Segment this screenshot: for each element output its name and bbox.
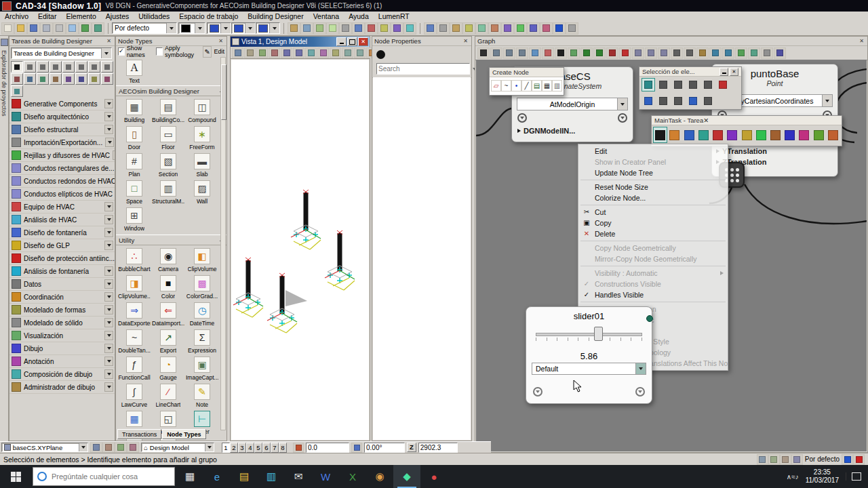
task-list-item[interactable]: Diseño arquitectónico <box>9 110 115 123</box>
coordinate-z-field[interactable] <box>418 443 458 453</box>
collapse-right-icon[interactable] <box>635 387 645 396</box>
coordinate-lock-icon[interactable] <box>293 443 304 453</box>
snap-status-icon[interactable] <box>768 454 780 465</box>
pan-icon[interactable] <box>490 47 502 59</box>
cells-icon[interactable] <box>378 22 391 35</box>
chevron-down-icon[interactable] <box>205 443 214 451</box>
chevron-down-icon[interactable] <box>104 369 113 379</box>
active-level-combo[interactable]: Por defecto <box>112 22 177 34</box>
rotate-icon[interactable] <box>768 127 783 143</box>
create-node-dialog[interactable]: Create Node ▱~•╱▤▦▥ <box>489 67 564 96</box>
task-list-item[interactable]: Diseño de protección antiinc... <box>9 252 115 265</box>
place-line-icon[interactable] <box>682 127 696 143</box>
ungroup-icon[interactable] <box>658 47 670 59</box>
chevron-down-icon[interactable] <box>101 48 111 58</box>
chevron-down-icon[interactable] <box>166 23 176 33</box>
panel-tab[interactable]: Node Types <box>162 429 205 439</box>
task-list-item[interactable]: Diseño de GLP <box>9 239 115 252</box>
context-menu-item[interactable]: ▣ Copy <box>578 218 728 228</box>
scrollbar-thumb[interactable] <box>221 64 226 120</box>
close-icon[interactable]: ✕ <box>217 38 224 44</box>
task-list-item[interactable]: Anotación <box>9 355 115 368</box>
move-tool-icon[interactable] <box>37 61 49 73</box>
taskbar-clock[interactable]: 23:35 11/03/2017 <box>802 468 843 485</box>
excel-icon[interactable]: X <box>339 465 366 488</box>
close-icon[interactable]: ✕ <box>858 38 865 44</box>
individual-select-icon[interactable] <box>642 78 655 92</box>
store-icon[interactable]: ▥ <box>258 465 285 488</box>
collapse-right-icon[interactable] <box>618 113 627 123</box>
play-icon[interactable] <box>580 47 593 59</box>
add-select-icon[interactable] <box>642 94 655 108</box>
array-tool-icon[interactable] <box>101 61 113 73</box>
grid-node-icon[interactable]: ▦ <box>542 80 552 92</box>
workspace-icon[interactable] <box>540 22 553 35</box>
menu-item[interactable]: Building Designer <box>243 12 308 21</box>
chevron-down-icon[interactable] <box>245 23 255 33</box>
task-view-icon[interactable]: ▦ <box>176 465 203 488</box>
redo-view-icon[interactable] <box>354 47 366 58</box>
task-list-item[interactable]: Conductos rectangulares de... <box>9 162 115 175</box>
context-menu-item[interactable]: Reset Node Size <box>578 182 728 192</box>
node-type-item[interactable]: ▬ Slab <box>185 152 219 179</box>
view-toggle[interactable]: 6 <box>262 443 271 453</box>
task-list-item[interactable]: Dibujo <box>9 342 115 355</box>
lumenrt-icon[interactable] <box>514 22 527 35</box>
slider-node[interactable]: slider01 5.86 Default <box>526 306 652 404</box>
active-model-combo[interactable]: ⌂ Design Model <box>141 443 214 452</box>
fit-view-icon[interactable] <box>305 47 317 58</box>
curve-node-icon[interactable]: ~ <box>501 80 511 92</box>
chevron-down-icon[interactable] <box>113 150 115 160</box>
context-menu-item[interactable]: ✓ Constructions Visible <box>578 279 728 289</box>
slider-track[interactable] <box>536 333 642 336</box>
context-menu-item[interactable]: Visibility : Automatic <box>578 268 728 279</box>
mirror-icon[interactable] <box>783 127 797 143</box>
technique-combo[interactable]: AtModelOrigin <box>517 98 628 110</box>
view-attributes-icon[interactable] <box>232 47 243 58</box>
wire-icon[interactable] <box>555 47 567 59</box>
node-type-item[interactable]: ▥ StructuralM... <box>151 179 185 206</box>
node-type-item[interactable]: A Text <box>117 58 151 85</box>
section-header[interactable]: AECOsim Building Designer <box>116 85 226 96</box>
acs-status-icon[interactable] <box>90 442 102 453</box>
task-list-item[interactable]: Modelado de formas <box>9 304 115 317</box>
save-icon[interactable] <box>27 22 40 35</box>
node-type-item[interactable]: ◔ Gauge <box>151 355 185 382</box>
volume-icon[interactable]: ♪ <box>795 473 799 481</box>
line-node-icon[interactable]: ╱ <box>521 80 532 92</box>
active-plane-combo[interactable]: baseCS.XYPlane <box>1 443 88 452</box>
toggle-acs-icon[interactable] <box>365 22 378 35</box>
menu-item[interactable]: Ayuda <box>344 12 374 21</box>
chevron-down-icon[interactable] <box>269 23 279 33</box>
running-coords-icon[interactable] <box>127 442 139 453</box>
node-type-item[interactable]: ▦ Building <box>117 98 151 125</box>
menu-item[interactable]: LumenRT <box>374 12 414 21</box>
angle-lock-icon[interactable] <box>351 443 362 453</box>
circle-tool-icon[interactable] <box>50 73 62 85</box>
rotate-tool-icon[interactable] <box>62 61 75 73</box>
settings-icon[interactable] <box>566 22 578 35</box>
word-icon[interactable]: W <box>312 465 339 488</box>
context-menu-item[interactable] <box>580 180 726 180</box>
chevron-down-icon[interactable] <box>105 138 114 147</box>
text-styles-icon[interactable] <box>391 22 403 35</box>
transparency-combo[interactable] <box>256 22 280 34</box>
alert-status-icon[interactable] <box>853 454 865 465</box>
context-menu-item[interactable] <box>580 302 726 302</box>
apply-symbology-checkbox[interactable] <box>156 47 163 56</box>
update-icon[interactable] <box>568 47 580 59</box>
open-file-icon[interactable] <box>14 22 27 35</box>
node-type-item[interactable]: ~ DoubleTan... <box>117 328 151 355</box>
menu-item[interactable]: Archivo <box>0 12 33 21</box>
render-icon[interactable] <box>488 22 501 35</box>
undo-icon[interactable] <box>79 22 92 35</box>
node-type-item[interactable]: # Plan <box>117 152 151 179</box>
arc-tool-icon[interactable] <box>37 73 49 85</box>
context-menu-item[interactable]: ✕ Delete <box>578 228 728 239</box>
menu-item[interactable]: Utilidades <box>134 12 174 21</box>
taskbar-search-input[interactable] <box>50 472 161 481</box>
node-type-item[interactable]: ∫ LawCurve <box>117 382 151 409</box>
line-tool-icon[interactable] <box>11 73 23 85</box>
intersect-select-icon[interactable] <box>686 94 700 108</box>
delete-element-icon[interactable] <box>826 127 840 143</box>
